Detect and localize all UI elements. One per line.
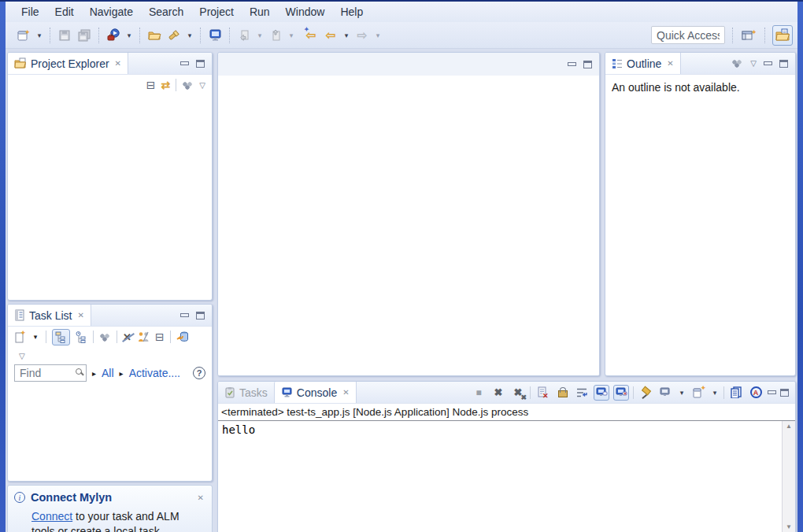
menu-item-run[interactable]: Run (242, 3, 278, 20)
menu-item-search[interactable]: Search (141, 3, 191, 20)
display-console-icon[interactable] (657, 385, 673, 401)
pin-console-icon[interactable] (638, 385, 653, 401)
close-icon[interactable]: ✕ (341, 388, 349, 397)
project-explorer-content[interactable] (8, 95, 212, 301)
clear-console-icon[interactable]: ✕ (535, 385, 550, 401)
expand-arrow-icon[interactable]: ▸ (120, 369, 124, 378)
active-perspective-icon[interactable] (772, 25, 793, 46)
next-annotation-dropdown-icon[interactable]: ▾ (255, 31, 265, 39)
new-task-icon[interactable]: ✦ (14, 331, 25, 343)
menu-item-file[interactable]: File (13, 3, 47, 20)
scroll-lock-icon[interactable] (554, 385, 570, 401)
categorized-view-icon[interactable] (52, 329, 70, 345)
minimize-icon[interactable] (568, 62, 576, 66)
forward-icon[interactable]: ⇨ (353, 26, 371, 45)
save-icon[interactable] (56, 26, 73, 45)
tab-console[interactable]: Console ✕ (274, 382, 357, 403)
tab-tasks[interactable]: Tasks (218, 382, 274, 403)
expand-arrow-icon[interactable]: ▸ (92, 369, 96, 378)
help-icon[interactable]: ? (193, 367, 205, 379)
show-stderr-icon[interactable]: ✕ (613, 385, 629, 401)
link-with-editor-icon[interactable]: ⇄ (161, 79, 171, 91)
tab-outline[interactable]: Outline ✕ (605, 53, 681, 74)
minimize-icon[interactable] (180, 61, 189, 65)
menu-item-navigate[interactable]: Navigate (82, 3, 141, 20)
console-scrollbar[interactable]: ▲ ▼ (782, 421, 795, 532)
remove-all-launches-icon[interactable]: ✖✖ (510, 385, 526, 401)
maximize-icon[interactable] (583, 61, 592, 68)
search-dropdown-icon[interactable]: ▾ (185, 31, 194, 39)
activate-link[interactable]: Activate.... (129, 367, 180, 379)
minimize-icon[interactable] (764, 61, 772, 65)
console-page-icon[interactable] (728, 385, 744, 401)
forward-dropdown-icon[interactable]: ▾ (373, 31, 383, 39)
collapse-all-icon[interactable]: ⊟ (155, 331, 165, 343)
close-icon[interactable]: ✕ (196, 493, 204, 502)
terminate-icon[interactable]: ■ (471, 385, 487, 401)
open-console-dropdown-icon[interactable]: ▾ (710, 389, 720, 397)
open-perspective-icon[interactable]: ✦ (740, 26, 757, 45)
close-icon[interactable]: ✕ (665, 59, 673, 68)
filter-all-link[interactable]: All (102, 367, 114, 379)
minimize-icon[interactable] (180, 313, 189, 317)
tab-project-explorer[interactable]: Project Explorer ✕ (8, 53, 128, 74)
previous-annotation-dropdown-icon[interactable]: ▾ (287, 31, 296, 39)
scheduled-view-icon[interactable] (76, 331, 87, 343)
web-browser-icon[interactable] (206, 26, 224, 45)
maximize-icon[interactable] (196, 312, 205, 320)
remove-launch-icon[interactable]: ✖ (490, 385, 506, 401)
back-icon[interactable]: ⇦ (322, 26, 339, 45)
next-annotation-icon[interactable] (235, 26, 253, 45)
new-task-dropdown-icon[interactable]: ▾ (31, 333, 40, 341)
back-dropdown-icon[interactable]: ▾ (342, 31, 351, 39)
minimize-icon[interactable] (768, 390, 776, 394)
display-console-dropdown-icon[interactable]: ▾ (677, 389, 686, 397)
search-flashlight-icon[interactable] (165, 26, 183, 45)
menu-item-edit[interactable]: Edit (47, 3, 82, 20)
view-menu-icon[interactable] (182, 81, 194, 90)
close-icon[interactable]: ✕ (76, 311, 83, 320)
run-icon[interactable] (105, 26, 122, 45)
console-output-text: hello (218, 421, 795, 438)
maximize-icon[interactable] (780, 389, 789, 397)
run-dropdown-icon[interactable]: ▾ (124, 31, 134, 39)
collapse-all-icon[interactable]: ⊟ (146, 79, 156, 91)
toolbar-separator (723, 386, 724, 399)
editor-content[interactable] (218, 76, 599, 376)
scroll-down-icon[interactable]: ▼ (786, 523, 792, 530)
show-stdout-icon[interactable] (594, 385, 609, 401)
scroll-up-icon[interactable]: ▲ (786, 423, 792, 430)
tab-task-list[interactable]: Task List ✕ (8, 305, 91, 326)
view-menu-icon[interactable] (99, 333, 111, 342)
tab-label: Console (297, 386, 337, 399)
menu-item-window[interactable]: Window (278, 3, 333, 20)
open-console-icon[interactable]: ✦ (690, 385, 706, 401)
maximize-icon[interactable] (779, 60, 788, 68)
mylyn-connect-link[interactable]: Connect (31, 510, 72, 523)
view-pulldown-icon[interactable]: ▽ (199, 81, 205, 90)
task-list-content[interactable] (8, 385, 212, 482)
console-output-area[interactable]: hello ▲ ▼ (218, 421, 795, 532)
ansi-console-icon[interactable]: A (748, 385, 764, 401)
word-wrap-icon[interactable] (574, 385, 590, 401)
close-icon[interactable]: ✕ (113, 59, 121, 68)
menu-item-help[interactable]: Help (332, 3, 371, 20)
quick-access-input[interactable] (651, 26, 725, 44)
toolbar-separator (50, 28, 50, 43)
menu-bar: File Edit Navigate Search Project Run Wi… (6, 2, 797, 22)
view-menu-icon[interactable] (731, 59, 743, 68)
synchronize-icon[interactable] (176, 331, 189, 343)
save-all-icon[interactable] (76, 26, 93, 45)
new-dropdown-icon[interactable]: ▾ (35, 31, 44, 39)
view-pulldown-icon[interactable]: ▽ (750, 59, 757, 68)
focus-people-icon[interactable] (137, 331, 150, 343)
hide-completed-icon[interactable]: ✕ (123, 331, 131, 343)
task-list-find-row: ▸ All ▸ Activate.... ? (8, 361, 212, 385)
previous-annotation-icon[interactable] (267, 26, 284, 45)
new-wizard-icon[interactable]: ✦ (15, 26, 32, 45)
maximize-icon[interactable] (196, 60, 205, 68)
menu-item-project[interactable]: Project (191, 3, 242, 20)
last-edit-location-icon[interactable]: ⇦ ✦ (302, 26, 320, 45)
open-task-folder-icon[interactable] (146, 26, 163, 45)
breadcrumb-pulldown-icon[interactable]: ▽ (19, 352, 25, 360)
